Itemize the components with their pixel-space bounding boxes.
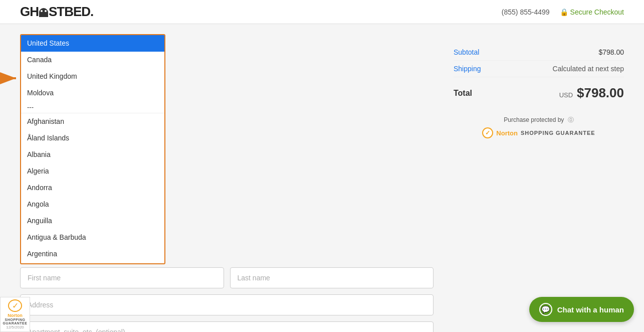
header: GHSTBED. (855) 855-4499 🔒 Secure Checkou… [0, 0, 644, 24]
phone-number: (855) 855-4499 [502, 8, 550, 16]
chat-icon: 💬 [539, 303, 552, 316]
lock-icon: 🔒 [560, 8, 568, 16]
main-container: United States Canada United Kingdom Mold… [0, 24, 644, 332]
dropdown-scrollable[interactable]: Afghanistan Åland Islands Albania Algeri… [21, 113, 164, 263]
dropdown-item-moldova[interactable]: Moldova [21, 85, 164, 101]
subtotal-value: $798.00 [598, 48, 624, 56]
dropdown-item-anguilla[interactable]: Anguilla [21, 213, 164, 229]
shipping-value: Calculated at next step [553, 65, 624, 73]
norton-footer-badge: ✓ Norton SHOPPING GUARANTEE 12/5/2020 [0, 297, 30, 332]
total-value-area: USD $798.00 [559, 85, 624, 101]
norton-guarantee-text: SHOPPING GUARANTEE [521, 130, 595, 136]
dropdown-item-argentina[interactable]: Argentina [21, 246, 164, 262]
last-name-input[interactable] [230, 267, 434, 288]
dropdown-item-afghanistan[interactable]: Afghanistan [21, 113, 164, 130]
dropdown-item-antigua[interactable]: Antigua & Barbuda [21, 229, 164, 246]
shipping-label: Shipping [454, 65, 481, 73]
norton-footer-logo: Norton [8, 313, 23, 318]
norton-area: Purchase protected by ⓪ ✓ Norton SHOPPIN… [454, 109, 624, 145]
ghost-icon [39, 8, 48, 17]
norton-badge: ✓ Norton SHOPPING GUARANTEE [482, 127, 595, 138]
norton-footer-label: SHOPPING GUARANTEE [3, 318, 28, 325]
address-row [20, 294, 434, 315]
apt-row [20, 321, 434, 332]
dropdown-item-canada[interactable]: Canada [21, 52, 164, 68]
form-fields: Country/Region Kenya ▾ ? ‹ Return to Car… [20, 267, 434, 332]
dropdown-separator: --- [21, 101, 164, 113]
header-right: (855) 855-4499 🔒 Secure Checkout [502, 8, 624, 16]
dropdown-top-options: United States Canada United Kingdom Mold… [21, 35, 164, 113]
shipping-row: Shipping Calculated at next step [454, 61, 624, 77]
norton-footer-date: 12/5/2020 [6, 325, 24, 329]
total-value: $798.00 [577, 85, 624, 100]
logo-ghost: GH [20, 4, 39, 19]
order-summary-sidebar: Subtotal $798.00 Shipping Calculated at … [454, 34, 624, 332]
dropdown-item-andorra[interactable]: Andorra [21, 180, 164, 196]
country-dropdown[interactable]: United States Canada United Kingdom Mold… [20, 34, 165, 264]
apt-input[interactable] [20, 321, 434, 332]
total-label: Total [454, 89, 472, 98]
dropdown-item-albania[interactable]: Albania [21, 146, 164, 163]
dropdown-item-uk[interactable]: United Kingdom [21, 68, 164, 85]
protected-help-icon[interactable]: ⓪ [568, 116, 574, 123]
subtotal-row: Subtotal $798.00 [454, 44, 624, 61]
dropdown-item-armenia[interactable]: Armenia [21, 262, 164, 263]
subtotal-label: Subtotal [454, 48, 479, 56]
dropdown-item-angola[interactable]: Angola [21, 196, 164, 213]
address-input[interactable] [20, 294, 434, 315]
name-row [20, 267, 434, 288]
logo: GHSTBED. [20, 4, 93, 20]
purchase-protected-text: Purchase protected by ⓪ [454, 116, 624, 124]
first-name-input[interactable] [20, 267, 224, 288]
dropdown-item-algeria[interactable]: Algeria [21, 163, 164, 180]
norton-check-icon: ✓ [8, 299, 22, 312]
dropdown-item-us[interactable]: United States [21, 35, 164, 52]
dropdown-item-aland[interactable]: Åland Islands [21, 130, 164, 146]
total-row: Total USD $798.00 [454, 77, 624, 109]
form-area: United States Canada United Kingdom Mold… [20, 34, 434, 332]
total-currency: USD [559, 91, 573, 99]
norton-logo: Norton [496, 129, 518, 137]
secure-checkout: 🔒 Secure Checkout [560, 8, 624, 16]
norton-checkmark-icon: ✓ [482, 127, 493, 138]
arrow-indicator [0, 71, 20, 87]
logo-stbed: STBED. [49, 4, 93, 19]
dropdown-list[interactable]: United States Canada United Kingdom Mold… [20, 34, 165, 264]
chat-with-human-button[interactable]: 💬 Chat with a human [529, 297, 634, 322]
